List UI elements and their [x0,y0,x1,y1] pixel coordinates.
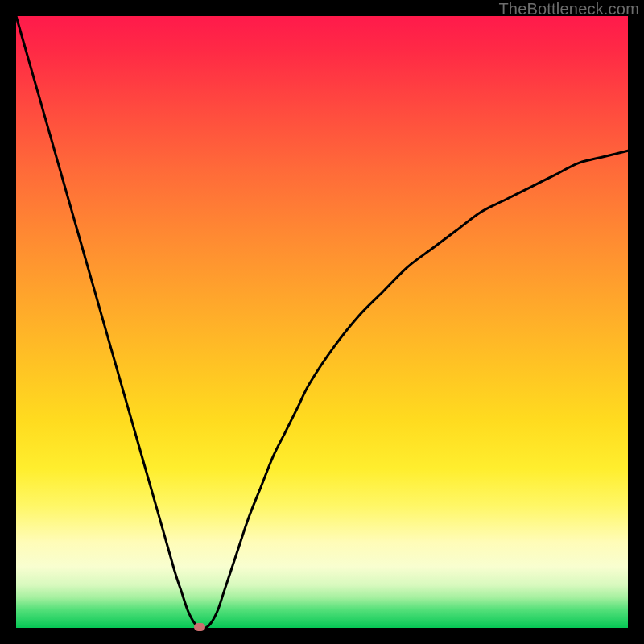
bottleneck-curve [16,16,628,628]
plot-area [16,16,628,628]
optimum-marker [194,623,205,631]
chart-frame: TheBottleneck.com [0,0,644,644]
